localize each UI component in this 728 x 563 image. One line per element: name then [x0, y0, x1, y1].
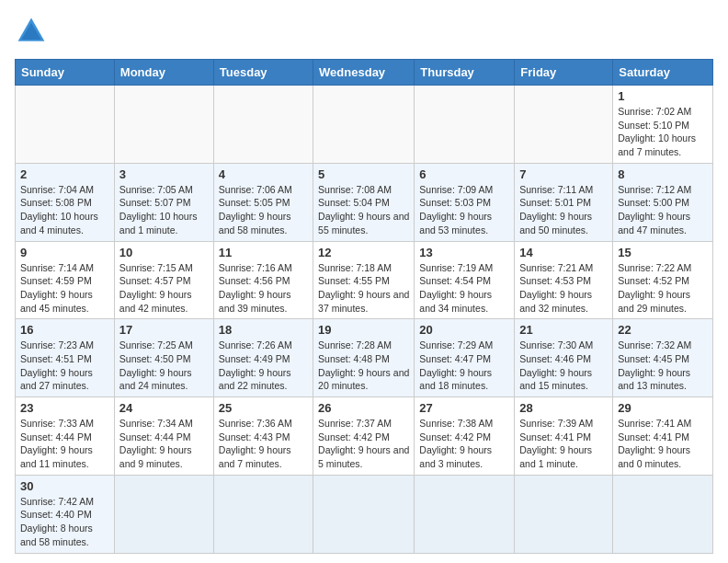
day-info: Sunrise: 7:16 AM Sunset: 4:56 PM Dayligh…: [219, 261, 308, 316]
weekday-header-tuesday: Tuesday: [213, 60, 313, 86]
calendar-cell: 8Sunrise: 7:12 AM Sunset: 5:00 PM Daylig…: [613, 163, 713, 241]
calendar-cell: [613, 475, 713, 553]
day-info: Sunrise: 7:22 AM Sunset: 4:52 PM Dayligh…: [618, 261, 708, 316]
day-number: 30: [20, 479, 109, 493]
calendar-cell: 29Sunrise: 7:41 AM Sunset: 4:41 PM Dayli…: [613, 397, 713, 476]
day-info: Sunrise: 7:09 AM Sunset: 5:03 PM Dayligh…: [419, 183, 509, 237]
calendar-cell: 24Sunrise: 7:34 AM Sunset: 4:44 PM Dayli…: [114, 397, 213, 476]
day-info: Sunrise: 7:04 AM Sunset: 5:08 PM Dayligh…: [20, 183, 109, 237]
calendar-cell: 13Sunrise: 7:19 AM Sunset: 4:54 PM Dayli…: [415, 241, 515, 319]
day-info: Sunrise: 7:12 AM Sunset: 5:00 PM Dayligh…: [618, 183, 708, 237]
calendar-cell: [415, 475, 515, 553]
calendar-cell: 15Sunrise: 7:22 AM Sunset: 4:52 PM Dayli…: [613, 241, 713, 319]
day-info: Sunrise: 7:15 AM Sunset: 4:57 PM Dayligh…: [119, 261, 209, 316]
day-info: Sunrise: 7:02 AM Sunset: 5:10 PM Dayligh…: [618, 105, 708, 159]
day-number: 28: [519, 401, 608, 415]
day-number: 17: [119, 323, 209, 337]
calendar-cell: [515, 475, 613, 553]
day-number: 2: [20, 167, 109, 181]
calendar-cell: [313, 86, 415, 164]
calendar-cell: 30Sunrise: 7:42 AM Sunset: 4:40 PM Dayli…: [16, 475, 115, 553]
day-number: 9: [20, 246, 109, 259]
day-info: Sunrise: 7:28 AM Sunset: 4:48 PM Dayligh…: [318, 339, 409, 393]
day-info: Sunrise: 7:19 AM Sunset: 4:54 PM Dayligh…: [419, 261, 509, 316]
calendar-cell: 9Sunrise: 7:14 AM Sunset: 4:59 PM Daylig…: [16, 241, 115, 319]
logo-icon: [15, 15, 48, 48]
day-info: Sunrise: 7:33 AM Sunset: 4:44 PM Dayligh…: [20, 417, 109, 471]
day-info: Sunrise: 7:41 AM Sunset: 4:41 PM Dayligh…: [618, 417, 708, 471]
calendar-cell: 6Sunrise: 7:09 AM Sunset: 5:03 PM Daylig…: [415, 163, 515, 241]
calendar-cell: 7Sunrise: 7:11 AM Sunset: 5:01 PM Daylig…: [515, 163, 613, 241]
calendar-cell: 18Sunrise: 7:26 AM Sunset: 4:49 PM Dayli…: [213, 319, 313, 397]
day-number: 20: [419, 323, 509, 337]
weekday-header-thursday: Thursday: [415, 60, 515, 86]
day-info: Sunrise: 7:05 AM Sunset: 5:07 PM Dayligh…: [119, 183, 209, 237]
calendar-cell: [213, 475, 313, 553]
calendar-cell: 20Sunrise: 7:29 AM Sunset: 4:47 PM Dayli…: [415, 319, 515, 397]
day-number: 13: [419, 246, 509, 259]
calendar: SundayMondayTuesdayWednesdayThursdayFrid…: [15, 59, 713, 554]
day-info: Sunrise: 7:11 AM Sunset: 5:01 PM Dayligh…: [519, 183, 608, 237]
calendar-cell: [16, 86, 115, 164]
calendar-cell: 10Sunrise: 7:15 AM Sunset: 4:57 PM Dayli…: [114, 241, 213, 319]
day-info: Sunrise: 7:14 AM Sunset: 4:59 PM Dayligh…: [20, 261, 109, 316]
day-number: 4: [219, 167, 308, 181]
week-row-0: 1Sunrise: 7:02 AM Sunset: 5:10 PM Daylig…: [16, 86, 713, 164]
calendar-cell: 2Sunrise: 7:04 AM Sunset: 5:08 PM Daylig…: [16, 163, 115, 241]
calendar-cell: [213, 86, 313, 164]
day-info: Sunrise: 7:42 AM Sunset: 4:40 PM Dayligh…: [20, 495, 109, 549]
day-number: 3: [119, 167, 209, 181]
calendar-cell: 17Sunrise: 7:25 AM Sunset: 4:50 PM Dayli…: [114, 319, 213, 397]
week-row-4: 23Sunrise: 7:33 AM Sunset: 4:44 PM Dayli…: [16, 397, 713, 476]
day-info: Sunrise: 7:18 AM Sunset: 4:55 PM Dayligh…: [318, 261, 409, 316]
calendar-cell: 25Sunrise: 7:36 AM Sunset: 4:43 PM Dayli…: [213, 397, 313, 476]
day-info: Sunrise: 7:32 AM Sunset: 4:45 PM Dayligh…: [618, 339, 708, 393]
calendar-cell: 11Sunrise: 7:16 AM Sunset: 4:56 PM Dayli…: [213, 241, 313, 319]
day-number: 10: [119, 246, 209, 259]
calendar-cell: 12Sunrise: 7:18 AM Sunset: 4:55 PM Dayli…: [313, 241, 415, 319]
day-number: 15: [618, 246, 708, 259]
week-row-2: 9Sunrise: 7:14 AM Sunset: 4:59 PM Daylig…: [16, 241, 713, 319]
weekday-header-friday: Friday: [515, 60, 613, 86]
calendar-cell: 21Sunrise: 7:30 AM Sunset: 4:46 PM Dayli…: [515, 319, 613, 397]
day-info: Sunrise: 7:36 AM Sunset: 4:43 PM Dayligh…: [219, 417, 308, 471]
day-number: 11: [219, 246, 308, 259]
day-number: 27: [419, 401, 509, 415]
day-number: 18: [219, 323, 308, 337]
day-number: 5: [318, 167, 409, 181]
week-row-3: 16Sunrise: 7:23 AM Sunset: 4:51 PM Dayli…: [16, 319, 713, 397]
logo: [15, 15, 51, 48]
calendar-cell: 23Sunrise: 7:33 AM Sunset: 4:44 PM Dayli…: [16, 397, 115, 476]
day-info: Sunrise: 7:30 AM Sunset: 4:46 PM Dayligh…: [519, 339, 608, 393]
weekday-header-row: SundayMondayTuesdayWednesdayThursdayFrid…: [16, 60, 713, 86]
day-number: 19: [318, 323, 409, 337]
calendar-cell: [515, 86, 613, 164]
day-info: Sunrise: 7:08 AM Sunset: 5:04 PM Dayligh…: [318, 183, 409, 237]
calendar-cell: 19Sunrise: 7:28 AM Sunset: 4:48 PM Dayli…: [313, 319, 415, 397]
day-number: 21: [519, 323, 608, 337]
calendar-cell: 27Sunrise: 7:38 AM Sunset: 4:42 PM Dayli…: [415, 397, 515, 476]
day-number: 14: [519, 246, 608, 259]
week-row-5: 30Sunrise: 7:42 AM Sunset: 4:40 PM Dayli…: [16, 475, 713, 553]
day-info: Sunrise: 7:25 AM Sunset: 4:50 PM Dayligh…: [119, 339, 209, 393]
week-row-1: 2Sunrise: 7:04 AM Sunset: 5:08 PM Daylig…: [16, 163, 713, 241]
day-number: 22: [618, 323, 708, 337]
calendar-cell: 16Sunrise: 7:23 AM Sunset: 4:51 PM Dayli…: [16, 319, 115, 397]
calendar-cell: [313, 475, 415, 553]
day-number: 29: [618, 401, 708, 415]
day-info: Sunrise: 7:06 AM Sunset: 5:05 PM Dayligh…: [219, 183, 308, 237]
day-info: Sunrise: 7:39 AM Sunset: 4:41 PM Dayligh…: [519, 417, 608, 471]
calendar-cell: 3Sunrise: 7:05 AM Sunset: 5:07 PM Daylig…: [114, 163, 213, 241]
day-info: Sunrise: 7:26 AM Sunset: 4:49 PM Dayligh…: [219, 339, 308, 393]
day-number: 16: [20, 323, 109, 337]
calendar-cell: 22Sunrise: 7:32 AM Sunset: 4:45 PM Dayli…: [613, 319, 713, 397]
calendar-cell: [415, 86, 515, 164]
weekday-header-saturday: Saturday: [613, 60, 713, 86]
weekday-header-sunday: Sunday: [16, 60, 115, 86]
day-number: 24: [119, 401, 209, 415]
day-number: 26: [318, 401, 409, 415]
calendar-cell: [114, 475, 213, 553]
weekday-header-monday: Monday: [114, 60, 213, 86]
day-number: 6: [419, 167, 509, 181]
calendar-cell: 14Sunrise: 7:21 AM Sunset: 4:53 PM Dayli…: [515, 241, 613, 319]
